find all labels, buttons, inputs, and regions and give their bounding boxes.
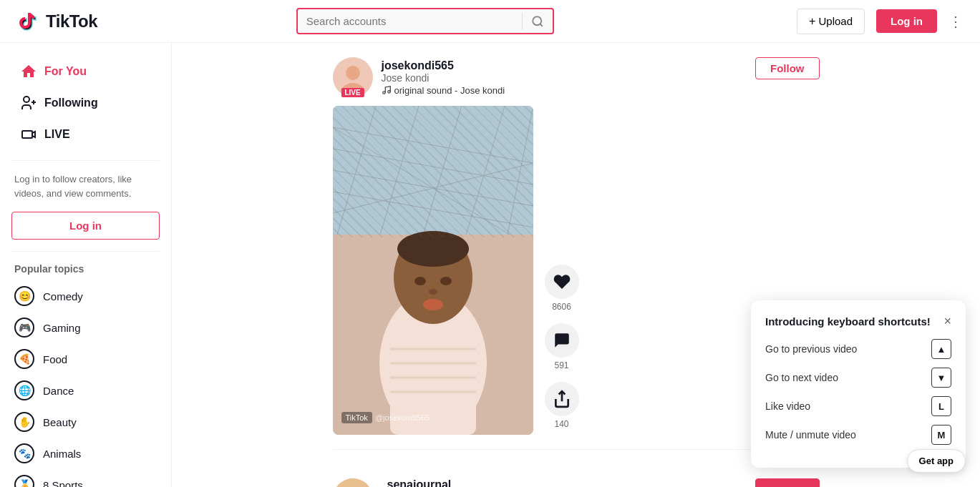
like-action: 8606 xyxy=(545,265,579,312)
comment-action: 591 xyxy=(545,323,579,370)
search-input[interactable] xyxy=(298,9,522,33)
svg-point-9 xyxy=(382,92,385,94)
username-2: senajournal xyxy=(387,478,452,487)
sound-text-1: original sound - Jose kondi xyxy=(394,85,505,96)
topic-comedy[interactable]: 😊 Comedy xyxy=(11,280,160,312)
avatar-image-2 xyxy=(333,478,373,487)
svg-point-0 xyxy=(533,16,541,25)
follow-button-1[interactable]: Follow xyxy=(755,57,820,79)
video-left-1: LIVE josekondi565 Jose kondi xyxy=(333,57,820,435)
search-wrapper xyxy=(296,8,554,34)
topic-sports[interactable]: 🏅 8 Sports xyxy=(11,469,160,487)
header: TikTok + Upload Log in ⋮ xyxy=(0,0,980,43)
logo-text: TikTok xyxy=(46,11,97,31)
watermark-text: TikTok xyxy=(346,413,368,422)
svg-point-10 xyxy=(387,91,390,93)
svg-line-1 xyxy=(540,24,542,26)
upload-label: Upload xyxy=(818,15,853,27)
search-button[interactable] xyxy=(523,11,553,32)
shortcuts-header: Introducing keyboard shortcuts! × xyxy=(765,315,951,328)
sidebar: For You Following xyxy=(0,43,172,487)
share-count: 140 xyxy=(554,419,568,429)
shortcut-row-mute: Mute / unmute video M xyxy=(765,425,951,445)
search-area xyxy=(210,8,640,34)
user-text-2: senajournal senajournal xyxy=(387,478,452,487)
video-overlay: TikTok @josekondi565 xyxy=(341,412,430,423)
topic-dance[interactable]: 🌐 Dance xyxy=(11,375,160,406)
shortcuts-panel: Introducing keyboard shortcuts! × Go to … xyxy=(751,300,966,468)
topic-gaming-label: Gaming xyxy=(43,322,81,334)
topic-sports-label: 8 Sports xyxy=(43,479,83,488)
shortcut-like-label: Like video xyxy=(765,400,810,412)
header-right: + Upload Log in ⋮ xyxy=(797,9,963,34)
topic-animals[interactable]: 🐾 Animals xyxy=(11,438,160,469)
svg-point-37 xyxy=(333,478,373,487)
heart-icon xyxy=(553,272,571,291)
get-app-button[interactable]: Get app xyxy=(907,449,966,473)
topic-food[interactable]: 🍕 Food xyxy=(11,343,160,375)
video-thumbnail-1[interactable]: TikTok @josekondi565 xyxy=(333,106,533,435)
sidebar-login-button[interactable]: Log in xyxy=(11,212,160,240)
shortcut-row-like: Like video L xyxy=(765,396,951,416)
sidebar-divider xyxy=(11,160,160,161)
topic-animals-label: Animals xyxy=(43,448,81,460)
home-icon xyxy=(20,63,37,80)
fence-overlay xyxy=(333,106,533,237)
shortcut-mute-key: M xyxy=(931,425,951,445)
share-action: 140 xyxy=(545,382,579,429)
following-icon xyxy=(20,94,37,112)
dance-icon: 🌐 xyxy=(14,380,34,400)
video-user-tag: @josekondi565 xyxy=(375,413,430,422)
video-wrapper-1: TikTok @josekondi565 xyxy=(333,106,820,435)
svg-point-27 xyxy=(414,277,426,285)
sidebar-item-for-you[interactable]: For You xyxy=(11,57,160,86)
sidebar-divider-2 xyxy=(11,251,160,252)
video-card-2: senajournal senajournal Follow xyxy=(333,478,820,487)
display-name-1: Jose kondi xyxy=(382,72,505,84)
comment-button[interactable] xyxy=(545,323,579,358)
avatar-wrapper-1: LIVE xyxy=(333,57,373,97)
like-button[interactable] xyxy=(545,265,579,299)
shortcut-row-prev: Go to previous video ▲ xyxy=(765,339,951,359)
sound-info-1: original sound - Jose kondi xyxy=(382,85,505,96)
tiktok-watermark: TikTok xyxy=(341,412,372,423)
live-badge-1: LIVE xyxy=(341,88,364,97)
food-icon: 🍕 xyxy=(14,349,34,369)
header-login-button[interactable]: Log in xyxy=(876,9,937,33)
shortcut-prev-label: Go to previous video xyxy=(765,343,857,355)
upload-button[interactable]: + Upload xyxy=(797,9,865,34)
shortcut-like-key: L xyxy=(931,396,951,416)
svg-point-30 xyxy=(423,299,443,310)
more-options-button[interactable]: ⋮ xyxy=(949,13,963,30)
comment-count: 591 xyxy=(554,360,568,370)
avatar-wrapper-2 xyxy=(333,478,373,487)
svg-point-2 xyxy=(24,97,29,102)
popular-topics-label: Popular topics xyxy=(11,263,160,275)
user-info-1: LIVE josekondi565 Jose kondi xyxy=(333,57,505,97)
upload-plus-icon: + xyxy=(809,15,815,28)
user-text-1: josekondi565 Jose kondi original sound -… xyxy=(382,59,505,96)
share-icon xyxy=(553,390,571,408)
topic-gaming[interactable]: 🎮 Gaming xyxy=(11,312,160,343)
video-feed: LIVE josekondi565 Jose kondi xyxy=(333,57,820,487)
like-count: 8606 xyxy=(552,302,571,312)
share-button[interactable] xyxy=(545,382,579,416)
topic-beauty[interactable]: ✋ Beauty xyxy=(11,406,160,438)
username-1: josekondi565 xyxy=(382,59,505,72)
comment-icon xyxy=(553,331,571,350)
tiktok-logo-icon xyxy=(17,10,40,33)
topic-food-label: Food xyxy=(43,353,67,365)
video-person-1 xyxy=(333,106,533,435)
shortcut-row-next: Go to next video ▼ xyxy=(765,368,951,388)
beauty-icon: ✋ xyxy=(14,412,34,432)
topic-comedy-label: Comedy xyxy=(43,290,83,302)
shortcut-next-label: Go to next video xyxy=(765,372,838,383)
search-icon xyxy=(531,15,544,28)
follow-button-2[interactable]: Follow xyxy=(755,478,820,487)
sidebar-item-following[interactable]: Following xyxy=(11,89,160,117)
video-card-1: LIVE josekondi565 Jose kondi xyxy=(333,57,820,450)
shortcut-mute-label: Mute / unmute video xyxy=(765,429,856,441)
sidebar-item-live[interactable]: LIVE xyxy=(11,120,160,149)
topic-beauty-label: Beauty xyxy=(43,416,77,428)
close-shortcuts-button[interactable]: × xyxy=(943,315,951,328)
